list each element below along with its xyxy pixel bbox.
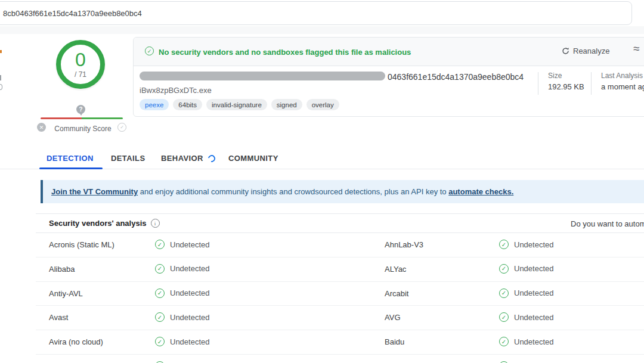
file-tags: peexe 64bits invalid-signature signed ov… bbox=[140, 99, 339, 110]
undetected-check-icon: ✓ bbox=[155, 264, 165, 274]
tab-detection-label: DETECTION bbox=[47, 154, 94, 163]
tab-behavior[interactable]: BEHAVIOR bbox=[161, 154, 215, 163]
vendor-table: Acronis (Static ML) ✓Undetected AhnLab-V… bbox=[36, 233, 644, 363]
community-score-label: Community Score bbox=[50, 125, 116, 133]
tag-invalid-signature[interactable]: invalid-signature bbox=[206, 99, 267, 110]
status-label: Undetected bbox=[514, 264, 554, 273]
undetected-check-icon: ✓ bbox=[155, 312, 165, 322]
vote-malicious-icon[interactable]: ✕ bbox=[37, 123, 46, 132]
analysis-header: Security vendors' analysis i Do you want… bbox=[36, 213, 644, 233]
size-value: 192.95 KB bbox=[548, 82, 584, 91]
table-row: Antiy-AVL ✓Undetected Arcabit ✓Undetecte… bbox=[36, 282, 644, 306]
undetected-check-icon: ✓ bbox=[155, 240, 165, 249]
detection-score-value: 0 bbox=[75, 50, 86, 69]
status-label: Undetected bbox=[170, 337, 210, 346]
reanalyze-button[interactable]: Reanalyze bbox=[562, 46, 609, 55]
page-background-band bbox=[0, 26, 644, 34]
status-label: Undetected bbox=[514, 288, 554, 297]
table-row: Avast ✓Undetected AVG ✓Undetected bbox=[36, 306, 644, 330]
vendor-name: Acronis (Static ML) bbox=[49, 240, 114, 249]
detection-score-total: / 71 bbox=[75, 70, 86, 79]
undetected-check-icon: ✓ bbox=[499, 312, 509, 322]
vendor-name: Arcabit bbox=[385, 289, 408, 298]
vendor-status: ✓Undetected bbox=[499, 337, 554, 346]
vendor-status: ✓Undetected bbox=[499, 288, 554, 298]
vendor-status: ✓Undetected bbox=[155, 240, 210, 249]
tag-overlay[interactable]: overlay bbox=[306, 99, 339, 110]
reanalyze-icon bbox=[562, 47, 569, 55]
table-row: BitDefender ✓Undetected BitDefenderTheta… bbox=[36, 355, 644, 363]
vendor-name: Avast bbox=[49, 313, 68, 322]
analysis-title: Security vendors' analysis i bbox=[49, 219, 160, 228]
status-label: Undetected bbox=[170, 288, 210, 297]
divider bbox=[591, 72, 592, 95]
join-community-banner: Join the VT Community and enjoy addition… bbox=[41, 180, 644, 203]
similar-search-icon[interactable]: ≈ bbox=[633, 42, 639, 55]
active-tab-underline bbox=[39, 167, 103, 169]
status-label: Undetected bbox=[170, 313, 210, 322]
hash-redaction-bar bbox=[140, 72, 385, 80]
tab-detection[interactable]: DETECTION bbox=[47, 154, 94, 163]
search-bar bbox=[0, 1, 632, 25]
verdict-text: No security vendors and no sandboxes fla… bbox=[159, 48, 411, 57]
clipped-edge-fragment bbox=[0, 75, 1, 80]
info-icon[interactable]: i bbox=[151, 219, 160, 228]
undetected-check-icon: ✓ bbox=[155, 288, 165, 298]
automate-prompt-text: Do you want to automate checks? bbox=[571, 219, 644, 228]
tag-signed[interactable]: signed bbox=[271, 99, 302, 110]
status-label: Undetected bbox=[170, 240, 210, 249]
vendor-status: ✓Undetected bbox=[155, 337, 210, 346]
vendor-name: Baidu bbox=[385, 337, 404, 346]
status-label: Undetected bbox=[514, 337, 554, 346]
tab-community[interactable]: COMMUNITY bbox=[228, 154, 278, 163]
tag-64bits[interactable]: 64bits bbox=[173, 99, 202, 110]
reanalyze-label: Reanalyze bbox=[573, 46, 609, 55]
loading-spinner-icon bbox=[207, 153, 217, 163]
tab-behavior-label: BEHAVIOR bbox=[161, 154, 203, 163]
table-row: Acronis (Static ML) ✓Undetected AhnLab-V… bbox=[36, 233, 644, 257]
undetected-check-icon: ✓ bbox=[499, 288, 509, 298]
analysis-title-text: Security vendors' analysis bbox=[49, 219, 147, 228]
join-vt-community-link[interactable]: Join the VT Community bbox=[51, 187, 138, 196]
vendor-status: ✓Undetected bbox=[155, 288, 210, 298]
banner-middle-text: and enjoy additional community insights … bbox=[138, 187, 448, 196]
vendor-name: ALYac bbox=[385, 265, 406, 274]
undetected-check-icon: ✓ bbox=[155, 337, 165, 346]
file-hash[interactable]: 0463f661e15dc4a1370a9eeb8e0bc4 bbox=[388, 72, 524, 82]
vendor-name: Avira (no cloud) bbox=[49, 337, 103, 346]
vendor-status: ✓Undetected bbox=[499, 312, 554, 322]
vendor-status: ✓Undetected bbox=[155, 264, 210, 274]
vendor-name: AVG bbox=[385, 313, 401, 322]
tab-bar: DETECTION DETAILS BEHAVIOR COMMUNITY bbox=[0, 149, 644, 169]
status-label: Undetected bbox=[514, 240, 554, 249]
last-analysis-label: Last Analysis Date bbox=[601, 72, 644, 80]
file-name[interactable]: iBwx8zpBGxDTc.exe bbox=[140, 86, 212, 95]
tag-peexe[interactable]: peexe bbox=[140, 99, 169, 110]
file-summary-panel: ✓ No security vendors and no sandboxes f… bbox=[133, 37, 644, 117]
status-label: Undetected bbox=[514, 313, 554, 322]
divider bbox=[538, 72, 538, 95]
vendor-status: ✓Undetected bbox=[499, 240, 554, 249]
undetected-check-icon: ✓ bbox=[499, 264, 509, 274]
table-row: Avira (no cloud) ✓Undetected Baidu ✓Unde… bbox=[36, 330, 644, 355]
table-row: Alibaba ✓Undetected ALYac ✓Undetected bbox=[36, 257, 644, 282]
community-score-pin-icon: ? bbox=[76, 105, 85, 114]
vendor-name: Alibaba bbox=[49, 265, 75, 274]
vendor-name: AhnLab-V3 bbox=[385, 240, 423, 249]
tab-details-label: DETAILS bbox=[111, 154, 145, 163]
vendor-status: ✓Undetected bbox=[155, 312, 210, 322]
size-label: Size bbox=[548, 72, 562, 80]
check-circle-icon: ✓ bbox=[145, 46, 154, 55]
tab-community-label: COMMUNITY bbox=[228, 154, 278, 163]
automate-checks-link[interactable]: automate checks. bbox=[448, 187, 513, 196]
verdict-banner: ✓ No security vendors and no sandboxes f… bbox=[134, 38, 644, 66]
clipped-edge-fragment bbox=[0, 50, 2, 53]
vote-harmless-icon[interactable]: ✓ bbox=[117, 123, 126, 132]
search-input[interactable] bbox=[3, 9, 540, 18]
vendor-status: ✓Undetected bbox=[499, 264, 554, 274]
status-label: Undetected bbox=[170, 264, 210, 273]
last-analysis-value: a moment ago bbox=[601, 82, 644, 91]
undetected-check-icon: ✓ bbox=[499, 337, 509, 346]
tab-details[interactable]: DETAILS bbox=[111, 154, 145, 163]
vendor-name: Antiy-AVL bbox=[49, 289, 83, 298]
